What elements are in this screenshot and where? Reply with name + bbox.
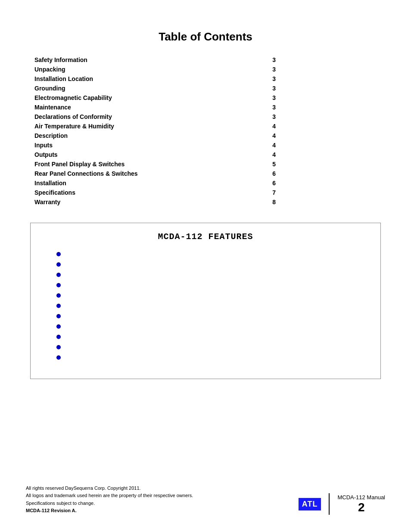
toc-item-label: Front Panel Display & Switches — [34, 161, 125, 168]
toc-item-page: 3 — [267, 113, 276, 120]
toc-item-label: Air Temperature & Humidity — [34, 123, 114, 130]
toc-row: Installation Location3 — [34, 75, 276, 82]
toc-item-label: Declarations of Conformity — [34, 113, 112, 120]
features-list-item — [56, 252, 363, 256]
toc-item-page: 3 — [267, 85, 276, 92]
features-box: MCDA-112 FEATURES — [30, 223, 381, 379]
toc-row: Air Temperature & Humidity4 — [34, 123, 276, 130]
toc-table: Safety Information3Unpacking3Installatio… — [34, 56, 276, 205]
features-list-item — [56, 273, 363, 277]
features-list-item — [56, 283, 363, 287]
toc-item-label: Safety Information — [34, 56, 87, 63]
toc-item-page: 3 — [267, 66, 276, 73]
toc-item-page: 5 — [267, 161, 276, 168]
toc-row: Declarations of Conformity3 — [34, 113, 276, 120]
features-list-item — [56, 304, 363, 308]
toc-item-page: 6 — [267, 170, 276, 177]
footer-right: ATL MCDA-112 Manual 2 — [299, 493, 385, 515]
features-list-item — [56, 355, 363, 360]
toc-section: Safety Information3Unpacking3Installatio… — [26, 56, 385, 205]
toc-item-page: 3 — [267, 104, 276, 111]
bullet-icon — [56, 314, 61, 318]
footer-trademark: All logos and trademark used herein are … — [26, 492, 193, 500]
toc-item-page: 4 — [267, 123, 276, 130]
toc-row: Inputs4 — [34, 142, 276, 149]
footer-revision: MCDA-112 Revision A. — [26, 507, 193, 515]
toc-item-page: 3 — [267, 56, 276, 63]
features-title: MCDA-112 FEATURES — [48, 232, 363, 242]
bullet-icon — [56, 252, 61, 256]
toc-item-page: 4 — [267, 142, 276, 149]
toc-row: Unpacking3 — [34, 66, 276, 73]
bullet-icon — [56, 273, 61, 277]
page-title: Table of Contents — [26, 30, 385, 44]
toc-row: Rear Panel Connections & Switches6 — [34, 170, 276, 177]
footer: All rights reserved DaySequerra Corp. Co… — [26, 485, 385, 515]
bullet-icon — [56, 324, 61, 329]
bullet-icon — [56, 335, 61, 339]
features-list — [56, 252, 363, 360]
toc-row: Electromagnetic Capability3 — [34, 94, 276, 101]
toc-item-page: 3 — [267, 94, 276, 101]
features-list-item — [56, 293, 363, 298]
toc-row: Outputs4 — [34, 151, 276, 158]
footer-manual-label: MCDA-112 Manual — [337, 494, 385, 501]
toc-item-page: 7 — [267, 189, 276, 196]
toc-item-label: Installation — [34, 180, 66, 187]
page-number: 2 — [337, 501, 385, 514]
toc-item-label: Outputs — [34, 151, 58, 158]
footer-specifications: Specifications subject to change. — [26, 500, 193, 507]
features-list-item — [56, 324, 363, 329]
footer-divider — [329, 493, 330, 515]
toc-item-page: 4 — [267, 132, 276, 139]
logo: ATL — [299, 498, 321, 510]
toc-item-page: 4 — [267, 151, 276, 158]
toc-row: Front Panel Display & Switches5 — [34, 161, 276, 168]
toc-item-page: 3 — [267, 75, 276, 82]
toc-item-label: Rear Panel Connections & Switches — [34, 170, 138, 177]
footer-copyright: All rights reserved DaySequerra Corp. Co… — [26, 485, 193, 492]
features-list-item — [56, 345, 363, 349]
toc-row: Maintenance3 — [34, 104, 276, 111]
toc-row: Installation6 — [34, 180, 276, 187]
toc-row: Warranty8 — [34, 199, 276, 205]
bullet-icon — [56, 304, 61, 308]
toc-item-label: Grounding — [34, 85, 65, 92]
toc-item-label: Maintenance — [34, 104, 71, 111]
bullet-icon — [56, 355, 61, 360]
toc-item-label: Description — [34, 132, 68, 139]
bullet-icon — [56, 345, 61, 349]
bullet-icon — [56, 293, 61, 298]
features-list-item — [56, 262, 363, 267]
bullet-icon — [56, 262, 61, 267]
toc-item-label: Electromagnetic Capability — [34, 94, 112, 101]
toc-item-page: 8 — [267, 199, 276, 205]
features-list-item — [56, 314, 363, 318]
toc-row: Safety Information3 — [34, 56, 276, 63]
toc-row: Description4 — [34, 132, 276, 139]
toc-row: Specifications7 — [34, 189, 276, 196]
footer-left: All rights reserved DaySequerra Corp. Co… — [26, 485, 193, 515]
features-list-item — [56, 335, 363, 339]
toc-item-label: Specifications — [34, 189, 75, 196]
toc-item-label: Inputs — [34, 142, 53, 149]
toc-item-page: 6 — [267, 180, 276, 187]
toc-item-label: Warranty — [34, 199, 60, 205]
bullet-icon — [56, 283, 61, 287]
toc-row: Grounding3 — [34, 85, 276, 92]
toc-item-label: Installation Location — [34, 75, 93, 82]
toc-item-label: Unpacking — [34, 66, 65, 73]
